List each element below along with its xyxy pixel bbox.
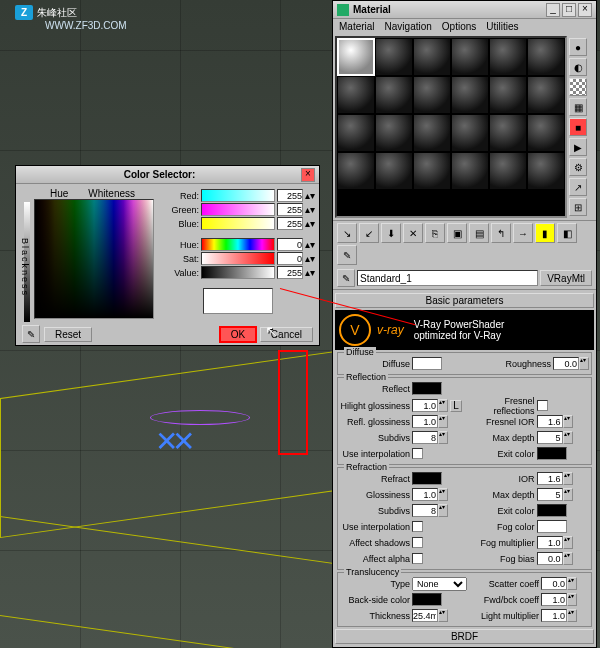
material-slot[interactable]: [489, 152, 527, 190]
reset-icon[interactable]: ✕: [403, 223, 423, 243]
material-slot[interactable]: [451, 114, 489, 152]
close-button[interactable]: ×: [301, 168, 315, 182]
material-name-input[interactable]: [357, 270, 538, 286]
fresnel-checkbox[interactable]: [537, 400, 548, 411]
hue-slider[interactable]: [201, 238, 275, 251]
pick-material-icon[interactable]: ✎: [337, 269, 355, 287]
sibling-icon[interactable]: ▮: [535, 223, 555, 243]
material-editor-titlebar[interactable]: Material _ □ ×: [333, 1, 596, 19]
reset-button[interactable]: Reset: [44, 327, 92, 342]
material-slot[interactable]: [527, 76, 565, 114]
material-slot[interactable]: [337, 76, 375, 114]
sample-type-icon[interactable]: ●: [569, 38, 587, 56]
hue-whiteness-field[interactable]: [34, 199, 154, 319]
refract-swatch[interactable]: [412, 472, 442, 485]
object-table-legs[interactable]: ✕✕: [155, 425, 189, 458]
current-color-swatch[interactable]: [203, 288, 273, 314]
uv-tile-icon[interactable]: ▦: [569, 98, 587, 116]
refr-interp-checkbox[interactable]: [412, 521, 423, 532]
background-icon[interactable]: [569, 78, 587, 96]
put-to-scene-icon[interactable]: ↙: [359, 223, 379, 243]
preview-icon[interactable]: ▶: [569, 138, 587, 156]
cancel-button[interactable]: Cancel: [260, 327, 313, 342]
material-slot[interactable]: [527, 38, 565, 76]
backlight-icon[interactable]: ◐: [569, 58, 587, 76]
menu-options[interactable]: Options: [442, 21, 476, 32]
material-slot[interactable]: [489, 38, 527, 76]
material-slot[interactable]: [413, 38, 451, 76]
diffuse-color-swatch[interactable]: [412, 357, 442, 370]
fresnel-ior-input[interactable]: [537, 415, 563, 428]
material-slot[interactable]: [489, 114, 527, 152]
slot-count-icon[interactable]: ⊞: [569, 198, 587, 216]
material-slot[interactable]: [375, 152, 413, 190]
material-slot[interactable]: [527, 114, 565, 152]
value-input[interactable]: [277, 266, 303, 279]
material-slot[interactable]: [413, 114, 451, 152]
material-map-nav-icon[interactable]: ◧: [557, 223, 577, 243]
blue-slider[interactable]: [201, 217, 275, 230]
ior-input[interactable]: [537, 472, 563, 485]
value-slider[interactable]: [201, 266, 275, 279]
red-slider[interactable]: [201, 189, 275, 202]
sat-input[interactable]: [277, 252, 303, 265]
hilight-gloss-input[interactable]: [412, 399, 438, 412]
material-slot[interactable]: [451, 76, 489, 114]
material-slot[interactable]: [527, 152, 565, 190]
ok-button[interactable]: OK: [219, 326, 257, 343]
pick-icon[interactable]: ✎: [337, 245, 357, 265]
scatter-input[interactable]: [541, 577, 567, 590]
refr-subdiv-input[interactable]: [412, 504, 438, 517]
options-icon[interactable]: ⚙: [569, 158, 587, 176]
material-slot[interactable]: [413, 152, 451, 190]
green-input[interactable]: [277, 203, 303, 216]
menu-navigation[interactable]: Navigation: [385, 21, 432, 32]
hue-input[interactable]: [277, 238, 303, 251]
material-slot[interactable]: [375, 38, 413, 76]
assign-icon[interactable]: ⬇: [381, 223, 401, 243]
lock-icon[interactable]: L: [450, 400, 462, 412]
red-input[interactable]: [277, 189, 303, 202]
select-by-mat-icon[interactable]: ↗: [569, 178, 587, 196]
refl-interp-checkbox[interactable]: [412, 448, 423, 459]
material-slot[interactable]: [337, 152, 375, 190]
material-type-button[interactable]: VRayMtl: [540, 270, 592, 286]
lightmult-input[interactable]: [541, 609, 567, 622]
material-slot[interactable]: [375, 114, 413, 152]
spinner-icon[interactable]: ▴▾: [579, 357, 589, 370]
menu-material[interactable]: Material: [339, 21, 375, 32]
copy-icon[interactable]: ⎘: [425, 223, 445, 243]
refl-exit-swatch[interactable]: [537, 447, 567, 460]
trans-type-select[interactable]: None: [412, 577, 467, 591]
backside-swatch[interactable]: [412, 593, 442, 606]
rollout-basic-params[interactable]: Basic parameters: [335, 293, 594, 308]
refl-gloss-input[interactable]: [412, 415, 438, 428]
fog-swatch[interactable]: [537, 520, 567, 533]
refl-maxdepth-input[interactable]: [537, 431, 563, 444]
material-slot[interactable]: [337, 114, 375, 152]
show-end-icon[interactable]: ▤: [469, 223, 489, 243]
thickness-input[interactable]: [412, 609, 438, 622]
blue-input[interactable]: [277, 217, 303, 230]
get-material-icon[interactable]: ↘: [337, 223, 357, 243]
sat-slider[interactable]: [201, 252, 275, 265]
material-slot[interactable]: [413, 76, 451, 114]
go-forward-icon[interactable]: →: [513, 223, 533, 243]
material-slot[interactable]: [337, 38, 375, 76]
rollout-brdf[interactable]: BRDF: [335, 629, 594, 644]
eyedropper-icon[interactable]: ✎: [22, 325, 40, 343]
roughness-input[interactable]: [553, 357, 579, 370]
affect-shadow-checkbox[interactable]: [412, 537, 423, 548]
close-button[interactable]: ×: [578, 3, 592, 17]
object-table-top[interactable]: [150, 410, 250, 425]
rollout-panel[interactable]: Basic parameters V v-ray V-Ray PowerShad…: [333, 289, 596, 647]
green-slider[interactable]: [201, 203, 275, 216]
refr-gloss-input[interactable]: [412, 488, 438, 501]
go-parent-icon[interactable]: ↰: [491, 223, 511, 243]
maximize-button[interactable]: □: [562, 3, 576, 17]
minimize-button[interactable]: _: [546, 3, 560, 17]
show-map-icon[interactable]: ▣: [447, 223, 467, 243]
refl-subdiv-input[interactable]: [412, 431, 438, 444]
material-slot[interactable]: [451, 152, 489, 190]
material-slot[interactable]: [451, 38, 489, 76]
